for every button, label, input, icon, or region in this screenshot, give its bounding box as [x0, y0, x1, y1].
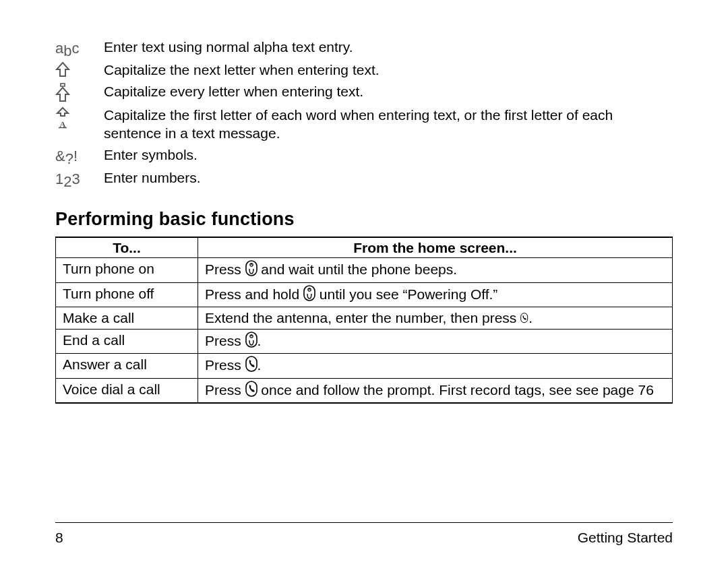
action-pre: Press [205, 261, 245, 277]
def-text: Enter numbers. [104, 168, 673, 187]
footer-rule [55, 522, 673, 523]
call-key-icon [245, 381, 257, 401]
text-entry-definitions: abc Enter text using normal alpha text e… [55, 38, 673, 189]
abc-icon: abc [55, 38, 104, 58]
def-text: Enter symbols. [104, 146, 673, 164]
def-row: Capitalize the next letter when entering… [55, 61, 673, 80]
section-name: Getting Started [578, 530, 673, 546]
power-key-icon [303, 285, 315, 305]
action-pre: Press and hold [205, 286, 303, 302]
table-cell-to: Make a call [56, 307, 198, 329]
action-post: and wait until the phone beeps. [257, 261, 458, 277]
table-header-to: To... [56, 237, 198, 258]
action-post: . [257, 333, 262, 348]
abc-c: c [72, 40, 80, 57]
action-pre: Press [205, 333, 245, 348]
call-key-icon [245, 356, 257, 376]
def-row: abc Enter text using normal alpha text e… [55, 38, 673, 58]
power-key-icon [245, 260, 257, 280]
def-text: Capitalize every letter when entering te… [104, 82, 673, 101]
def-text: Capitalize the first letter of each word… [104, 106, 673, 143]
action-post: . [528, 310, 533, 325]
def-row: Capitalize every letter when entering te… [55, 82, 673, 103]
def-text: Capitalize the next letter when entering… [104, 61, 673, 80]
num-3: 3 [72, 170, 80, 187]
def-text: Enter text using normal alpha text entry… [104, 38, 673, 57]
table-cell-to: Voice dial a call [56, 378, 198, 403]
shift-word-icon: A [55, 106, 104, 129]
table-cell-to: End a call [56, 330, 198, 354]
action-post: until you see “Powering Off.” [315, 286, 497, 302]
table-row: Turn phone offPress and hold until you s… [56, 282, 673, 307]
def-row: 123 Enter numbers. [55, 168, 673, 189]
table-cell-to: Turn phone on [56, 258, 198, 282]
action-pre: Press [205, 357, 245, 373]
table-row: Answer a callPress . [56, 354, 673, 378]
table-row: Make a callExtend the antenna, enter the… [56, 307, 673, 329]
table-cell-action: Press and wait until the phone beeps. [198, 258, 673, 282]
table-row: End a callPress . [56, 330, 673, 354]
symbols-icon: &?! [55, 146, 104, 166]
table-cell-to: Turn phone off [56, 282, 198, 307]
action-pre: Press [205, 382, 245, 398]
num-2: 2 [63, 173, 71, 190]
abc-a: a [55, 40, 63, 57]
table-row: Turn phone onPress and wait until the ph… [56, 258, 673, 282]
svg-rect-0 [61, 84, 65, 86]
def-row: &?! Enter symbols. [55, 146, 673, 166]
def-row: A Capitalize the first letter of each wo… [55, 106, 673, 143]
action-pre: Extend the antenna, enter the number, th… [205, 310, 520, 325]
page-footer: 8 Getting Started [55, 530, 673, 546]
table-header-action: From the home screen... [198, 237, 673, 258]
table-row: Voice dial a callPress once and follow t… [56, 378, 673, 403]
table-cell-to: Answer a call [56, 354, 198, 378]
power-key-icon [245, 332, 257, 352]
section-heading: Performing basic functions [55, 209, 673, 230]
table-cell-action: Extend the antenna, enter the number, th… [198, 307, 673, 329]
shift-next-icon [55, 61, 104, 77]
abc-b: b [63, 42, 71, 59]
num-1: 1 [55, 170, 63, 187]
table-cell-action: Press once and follow the prompt. First … [198, 378, 673, 403]
page-number: 8 [55, 530, 63, 546]
call-key-small-icon [520, 310, 528, 327]
table-cell-action: Press and hold until you see “Powering O… [198, 282, 673, 307]
action-post: once and follow the prompt. First record… [257, 382, 654, 398]
table-cell-action: Press . [198, 330, 673, 354]
action-post: . [257, 357, 262, 373]
numbers-icon: 123 [55, 168, 104, 189]
shift-lock-icon [55, 82, 104, 103]
table-cell-action: Press . [198, 354, 673, 378]
basic-functions-table: To... From the home screen... Turn phone… [55, 237, 673, 404]
